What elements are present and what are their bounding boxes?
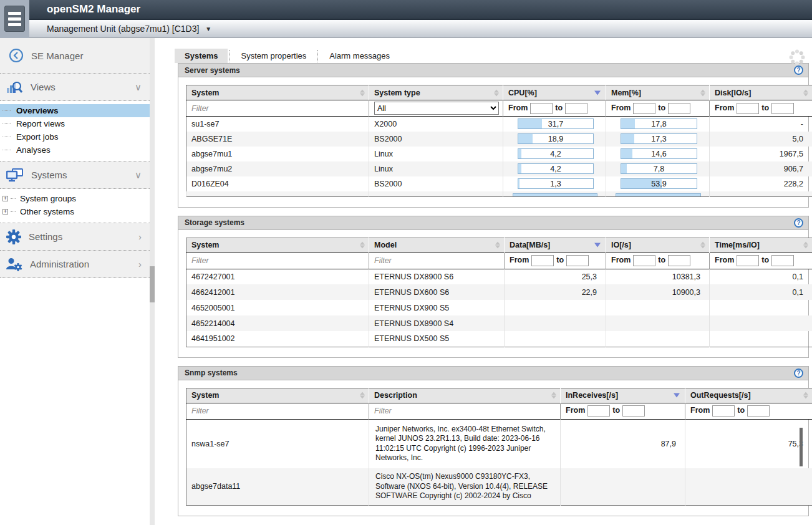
column-header-mem[interactable]: Mem[%]	[606, 85, 710, 100]
column-header-system[interactable]: System	[186, 388, 369, 403]
sidebar-item-overviews[interactable]: Overviews	[0, 104, 150, 117]
tab-separator	[317, 50, 318, 62]
section-label: Views	[31, 82, 56, 92]
sort-icon	[551, 392, 556, 399]
sidebar-section-administration[interactable]: Administration ›	[0, 251, 150, 278]
server-systems-panel: Server systems ? System System type CPU[…	[178, 63, 809, 208]
table-row[interactable]: su1-se7X2000 31,7 17,8 -	[186, 117, 812, 132]
snmp-systems-table: System Description InReceives[/s] OutReq…	[186, 388, 812, 506]
column-header-system[interactable]: System	[186, 85, 369, 100]
io-to-input[interactable]	[668, 255, 690, 266]
table-scrollbar-thumb[interactable]	[800, 428, 803, 466]
server-systems-table: System System type CPU[%] Mem[%] Disk[IO…	[186, 85, 812, 197]
mem-progress-bar: 7,8	[621, 163, 697, 174]
sidebar-item-system-groups[interactable]: + System groups	[0, 192, 150, 205]
sort-icon	[495, 242, 500, 249]
table-row[interactable]: 4672427001ETERNUS DX8900 S6 25,310381,30…	[186, 269, 812, 284]
administration-user-gear-icon	[6, 258, 22, 271]
inreceives-from-input[interactable]	[587, 405, 610, 417]
clipped-table-row	[186, 191, 812, 197]
column-header-outrequests[interactable]: OutRequests[/s]	[685, 388, 812, 403]
column-header-disk[interactable]: Disk[IO/s]	[710, 85, 812, 100]
table-row[interactable]: ABGSE71EBS2000 18,9 17,3 5,0	[186, 132, 812, 147]
sidebar-section-views[interactable]: Views ∨	[0, 74, 150, 101]
disk-to-input[interactable]	[771, 103, 794, 114]
sidebar-item-analyses[interactable]: Analyses	[0, 143, 150, 157]
model-filter-input[interactable]	[374, 256, 494, 265]
cpu-from-input[interactable]	[530, 103, 553, 114]
system-filter-input[interactable]	[191, 256, 356, 265]
description-filter-input[interactable]	[374, 407, 547, 415]
app-title-bar: openSM2 Manager	[29, 0, 812, 19]
time-to-input[interactable]	[771, 255, 794, 266]
system-filter-input[interactable]	[191, 407, 356, 415]
help-icon[interactable]: ?	[794, 65, 803, 75]
system-type-filter-select[interactable]: All	[374, 102, 499, 115]
tab-systems[interactable]: Systems	[175, 49, 228, 63]
table-row[interactable]: 4652005001ETERNUS DX900 S5	[186, 300, 812, 315]
table-row[interactable]: D016ZE04BS2000 1,3 53,9 228,2	[186, 176, 812, 191]
column-header-system[interactable]: System	[186, 238, 369, 253]
column-header-time[interactable]: Time[ms/IO]	[710, 238, 812, 253]
table-row[interactable]: 4662412001ETERNUS DX600 S6 22,910900,30,…	[186, 284, 812, 300]
inreceives-to-input[interactable]	[622, 405, 645, 417]
item-label: Export jobs	[16, 132, 59, 142]
column-header-io[interactable]: IO[/s]	[606, 238, 710, 253]
item-label: Overviews	[16, 106, 59, 115]
tab-alarm-messages[interactable]: Alarm messages	[319, 49, 400, 63]
sidebar-scrollbar-thumb[interactable]	[150, 266, 155, 302]
table-row[interactable]: 4641951002ETERNUS DX500 S5	[186, 331, 812, 347]
sort-icon	[803, 89, 808, 96]
sidebar-item-report-views[interactable]: Report views	[0, 117, 150, 130]
cpu-progress-bar: 4,2	[518, 163, 594, 174]
views-tree: Overviews Report views Export jobs Analy…	[0, 101, 150, 161]
mem-to-input[interactable]	[668, 103, 690, 114]
help-icon[interactable]: ?	[794, 218, 803, 228]
column-header-inreceives[interactable]: InReceives[/s]	[561, 388, 685, 403]
column-header-data[interactable]: Data[MB/s]	[505, 238, 606, 253]
column-header-cpu[interactable]: CPU[%]	[503, 85, 606, 100]
cpu-to-input[interactable]	[565, 103, 587, 114]
sort-icon	[700, 242, 705, 249]
table-row[interactable]: abgse7mu1Linux 4,2 14,6 1967,5	[186, 147, 812, 161]
mem-progress-bar: 53,9	[621, 178, 697, 189]
sort-icon	[803, 242, 808, 249]
sidebar-item-other-systems[interactable]: + Other systems	[0, 205, 150, 218]
help-icon[interactable]: ?	[794, 368, 803, 378]
section-label: Settings	[29, 231, 62, 242]
time-from-input[interactable]	[737, 255, 759, 266]
tab-system-properties[interactable]: System properties	[231, 49, 316, 63]
mem-progress-bar: 17,3	[621, 133, 697, 144]
disk-from-input[interactable]	[737, 103, 759, 114]
sidebar-item-export-jobs[interactable]: Export jobs	[0, 130, 150, 143]
item-label: System groups	[20, 194, 76, 203]
chevron-right-icon: ›	[138, 259, 142, 269]
io-from-input[interactable]	[633, 255, 655, 266]
expand-plus-icon[interactable]: +	[2, 209, 8, 214]
data-to-input[interactable]	[566, 255, 589, 266]
table-row[interactable]: 4652214004ETERNUS DX8900 S4	[186, 315, 812, 331]
outrequests-to-input[interactable]	[747, 405, 770, 417]
expand-plus-icon[interactable]: +	[2, 196, 8, 201]
tree-line	[2, 137, 11, 137]
cpu-progress-bar: 18,9	[518, 133, 594, 144]
loading-spinner-icon	[788, 49, 806, 66]
table-row[interactable]: nswa1-se7 Juniper Networks, Inc. ex3400-…	[186, 419, 812, 468]
table-row[interactable]: abgse7mu2Linux 4,2 7,8 906,7	[186, 161, 812, 176]
outrequests-from-input[interactable]	[712, 405, 735, 417]
management-unit-bar[interactable]: Management Unit (abgse7mu1) [C1D3] ▼	[29, 19, 812, 38]
column-header-description[interactable]: Description	[369, 388, 561, 403]
data-from-input[interactable]	[531, 255, 554, 266]
sidebar-section-systems[interactable]: Systems ∨	[0, 161, 150, 189]
sidebar-back-se-manager[interactable]: SE Manager	[0, 38, 150, 74]
section-label: Systems	[31, 170, 67, 180]
chevron-down-icon: ∨	[135, 82, 142, 93]
system-filter-input[interactable]	[191, 104, 356, 113]
sidebar-section-settings[interactable]: Settings ›	[0, 223, 150, 251]
column-header-system-type[interactable]: System type	[369, 85, 503, 100]
hamburger-menu-button[interactable]	[4, 6, 25, 32]
column-header-model[interactable]: Model	[369, 238, 505, 253]
table-row[interactable]: abgse7data11 Cisco NX-OS(tm) Nexus9000 C…	[186, 468, 812, 505]
sidebar-scrollbar[interactable]	[150, 38, 155, 525]
mem-from-input[interactable]	[633, 103, 655, 114]
